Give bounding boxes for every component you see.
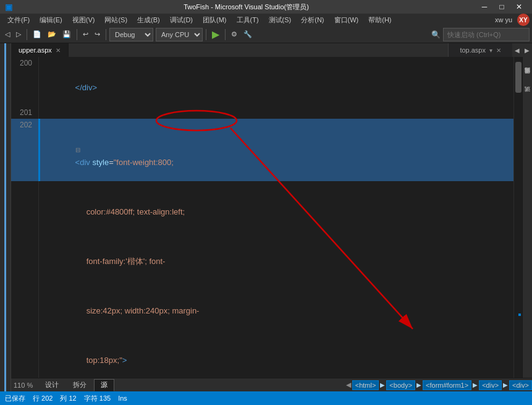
menu-team[interactable]: 团队(M) bbox=[198, 14, 232, 26]
line-num-202c: 202 bbox=[11, 231, 39, 280]
bc-sep-1: ▶ bbox=[380, 382, 385, 388]
status-col: 列 12 bbox=[60, 394, 76, 403]
line-num-201: 201 bbox=[11, 106, 39, 119]
menu-window[interactable]: 窗口(W) bbox=[329, 14, 364, 26]
code-editor-wrapper: 资讯测试编辑器 四方测试编辑器 测试 200 </div> bbox=[11, 57, 532, 378]
code-token: size:42px; width:240px; margin- bbox=[75, 306, 200, 315]
maximize-button[interactable]: □ bbox=[494, 1, 510, 12]
toolbar-btn-extra2[interactable]: 🔧 bbox=[241, 28, 255, 41]
scroll-thumb[interactable] bbox=[515, 62, 521, 93]
breadcrumb-div2[interactable]: <div> bbox=[509, 380, 532, 390]
menu-debug[interactable]: 调试(D) bbox=[165, 14, 198, 26]
line-content-202b: color:#4800ff; text-align:left; bbox=[44, 181, 517, 231]
code-token: div bbox=[80, 158, 90, 167]
tab-design[interactable]: 设计 bbox=[38, 379, 65, 391]
menu-edit[interactable]: 编辑(E) bbox=[35, 14, 67, 26]
tab-source[interactable]: 源 bbox=[94, 379, 114, 391]
menu-view[interactable]: 视图(V) bbox=[67, 14, 100, 26]
line-num-200: 200 bbox=[11, 57, 39, 106]
menu-website[interactable]: 网站(S) bbox=[99, 14, 132, 26]
tab-scroll-left[interactable]: ◀ bbox=[512, 43, 522, 57]
bc-sep-2: ▶ bbox=[416, 382, 421, 388]
toolbar-new-btn[interactable]: 📄 bbox=[30, 28, 44, 41]
table-row: 200 </div> bbox=[11, 57, 522, 106]
status-bar: 已保存 行 202 列 12 字符 135 Ins bbox=[0, 391, 532, 405]
menu-tools[interactable]: 工具(T) bbox=[232, 14, 264, 26]
table-row: 202 font-family:'楷体'; font- ↵ bbox=[11, 231, 522, 280]
breadcrumb-html[interactable]: <html> bbox=[352, 380, 379, 390]
breadcrumb-div1[interactable]: <div> bbox=[479, 380, 502, 390]
menu-file[interactable]: 文件(F) bbox=[2, 14, 35, 26]
menu-bar: 文件(F) 编辑(E) 视图(V) 网站(S) 生成(B) 调试(D) 团队(M… bbox=[0, 14, 532, 26]
vertical-scrollbar[interactable] bbox=[513, 57, 522, 378]
code-token: </div> bbox=[75, 83, 97, 92]
toolbar-forward-btn[interactable]: ▷ bbox=[14, 28, 23, 41]
bc-sep-4: ▶ bbox=[503, 382, 508, 388]
line-content-202e: top:18px;"> bbox=[44, 330, 522, 378]
breadcrumb-form[interactable]: <form#form1> bbox=[423, 380, 471, 390]
bottom-tabs-bar: 110 % 设计 拆分 源 ◀ <html> ▶ <body> ▶ <form#… bbox=[11, 378, 532, 391]
window-controls: ─ □ ✕ bbox=[476, 1, 527, 12]
menu-test[interactable]: 测试(S) bbox=[264, 14, 297, 26]
line-content-202c: font-family:'楷体'; font- bbox=[44, 231, 517, 280]
close-button[interactable]: ✕ bbox=[511, 1, 527, 12]
line-num-202e: 202 bbox=[11, 330, 39, 378]
code-token: > bbox=[122, 356, 127, 365]
minimize-button[interactable]: ─ bbox=[476, 1, 492, 12]
code-token: style bbox=[92, 158, 109, 167]
toolbar-sep-4 bbox=[206, 29, 206, 40]
line-content-202: ⊟ <div style="font-weight:800; bbox=[44, 119, 517, 181]
breadcrumb-body[interactable]: <body> bbox=[386, 380, 415, 390]
collapse-btn[interactable]: ⊟ bbox=[75, 147, 80, 153]
left-blue-strip bbox=[4, 43, 6, 391]
main-area: upper.aspx ✕ top.aspx ▾ ✕ ◀ ▶ bbox=[0, 43, 532, 405]
menu-build[interactable]: 生成(B) bbox=[132, 14, 165, 26]
menu-help[interactable]: 帮助(H) bbox=[363, 14, 396, 26]
toolbar-sep-3 bbox=[106, 29, 106, 40]
tab-top-close[interactable]: ✕ bbox=[496, 47, 501, 54]
bc-sep-3: ▶ bbox=[473, 382, 478, 388]
tabs-spacer bbox=[69, 43, 449, 57]
toolbar-undo-btn[interactable]: ↩ bbox=[80, 28, 91, 41]
line-indicator bbox=[38, 119, 40, 181]
line-num-202: 202 bbox=[11, 119, 39, 181]
tab-scroll-right[interactable]: ▶ bbox=[522, 43, 532, 57]
toolbar-btn-extra1[interactable]: ⚙ bbox=[229, 28, 240, 41]
search-icon: 🔍 bbox=[431, 30, 441, 39]
toolbar: ◁ ▷ 📄 📂 💾 ↩ ↪ Debug Release Any CPU ▶ ⚙ … bbox=[0, 26, 532, 43]
table-row: 201 bbox=[11, 106, 522, 119]
debug-mode-select[interactable]: Debug Release bbox=[109, 28, 153, 41]
editor-split: upper.aspx ✕ top.aspx ▾ ✕ ◀ ▶ bbox=[0, 43, 532, 391]
tab-upper-close[interactable]: ✕ bbox=[56, 47, 61, 54]
toolbar-back-btn[interactable]: ◁ bbox=[2, 28, 12, 41]
platform-select[interactable]: Any CPU bbox=[156, 28, 203, 41]
line-content-201 bbox=[44, 106, 522, 119]
tab-split[interactable]: 拆分 bbox=[66, 379, 93, 391]
editor-column: upper.aspx ✕ top.aspx ▾ ✕ ◀ ▶ bbox=[11, 43, 532, 391]
code-lines-area: 200 </div> 201 202 bbox=[11, 57, 532, 378]
toolbar-open-btn[interactable]: 📂 bbox=[45, 28, 59, 41]
table-row: 202 ⊟ <div style="font-weight:800; ↵ bbox=[11, 119, 522, 181]
nav-left-icon: ◀ bbox=[346, 381, 351, 389]
run-button[interactable]: ▶ bbox=[209, 28, 222, 40]
menu-analyze[interactable]: 分析(N) bbox=[296, 14, 329, 26]
toolbar-save-btn[interactable]: 💾 bbox=[60, 28, 74, 41]
toolbar-redo-btn[interactable]: ↪ bbox=[92, 28, 103, 41]
line-content-200: </div> bbox=[44, 57, 522, 106]
app-icon: ▣ bbox=[5, 2, 12, 12]
status-row: 行 202 bbox=[33, 394, 53, 403]
line-content-202d: size:42px; width:240px; margin- bbox=[44, 280, 522, 330]
line-num-202d: 202 bbox=[11, 280, 39, 330]
scroll-marker bbox=[518, 313, 521, 316]
tab-top-aspx[interactable]: top.aspx ▾ ✕ bbox=[452, 43, 509, 57]
zoom-indicator: 110 % bbox=[14, 382, 33, 389]
title-bar: ▣ TwoFish - Microsoft Visual Studio(管理员)… bbox=[0, 0, 532, 14]
tab-upper-label: upper.aspx bbox=[19, 46, 52, 54]
left-vertical-bar bbox=[0, 43, 11, 391]
tab-arrow-icon: ▾ bbox=[489, 47, 492, 54]
tab-upper-aspx[interactable]: upper.aspx ✕ bbox=[11, 43, 69, 57]
quick-launch-input[interactable] bbox=[443, 28, 530, 41]
tabs-container: upper.aspx ✕ top.aspx ▾ ✕ ◀ ▶ bbox=[11, 43, 532, 57]
code-token: top:18px; bbox=[75, 356, 120, 365]
table-row: 202 size:42px; width:240px; margin- bbox=[11, 280, 522, 330]
